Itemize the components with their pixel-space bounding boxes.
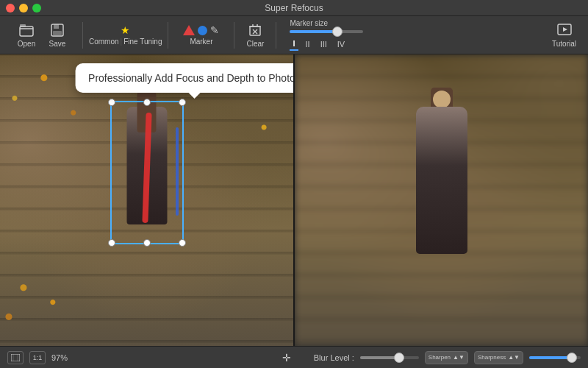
common-finetune-labels: Common | Fine Tuning (89, 38, 162, 46)
marker-size-group: Marker size I II III IV (282, 19, 370, 51)
tooltip-text: Professionally Add Focus and Depth to Ph… (88, 72, 295, 84)
tabs-row: I II III IV (290, 38, 348, 51)
handle-top-right[interactable] (179, 99, 186, 106)
sep1 (82, 22, 83, 49)
sep2 (168, 22, 168, 49)
sharpen-chevron: ▲▼ (453, 354, 465, 361)
svg-rect-1 (20, 24, 26, 27)
svg-rect-0 (20, 26, 33, 36)
sharpness-chevron: ▲▼ (508, 354, 520, 361)
tooltip: Professionally Add Focus and Depth to Ph… (75, 63, 295, 93)
open-icon (18, 22, 35, 38)
blue-stroke (176, 127, 179, 216)
left-panel: Professionally Add Focus and Depth to Ph… (0, 54, 295, 346)
svg-rect-3 (54, 24, 59, 29)
svg-rect-5 (250, 26, 260, 35)
common-finetune-group: ★ Common | Fine Tuning (89, 24, 162, 46)
fine-tuning-label[interactable]: Fine Tuning (123, 38, 162, 46)
tutorial-label: Tutorial (552, 40, 576, 48)
clear-label: Clear (247, 40, 265, 48)
handle-bottom-left[interactable] (108, 239, 115, 247)
title-bar: Super Refocus (0, 0, 588, 16)
sep4 (276, 22, 276, 49)
girl-figure-right (416, 107, 467, 254)
save-button[interactable]: Save (43, 19, 72, 51)
bottom-right: Blur Level : Sharpen ▲▼ Sharpness ▲▼ (297, 351, 581, 364)
save-icon (49, 22, 65, 38)
zoom-11-button[interactable]: 1:1 (29, 351, 46, 364)
clear-button[interactable]: Clear (240, 19, 270, 51)
girl-head-right (433, 91, 451, 108)
bottom-bar: 1:1 97% ✛ Blur Level : Sharpen ▲▼ Sharpn… (0, 346, 588, 368)
tutorial-icon (556, 22, 573, 38)
close-button[interactable] (6, 4, 15, 13)
traffic-lights (6, 4, 41, 13)
maximize-button[interactable] (32, 4, 41, 13)
svg-rect-4 (53, 31, 62, 35)
common-label[interactable]: Common (89, 38, 119, 46)
tutorial-button[interactable]: Tutorial (548, 19, 581, 51)
sharpness-label: Sharpness (478, 354, 506, 361)
eraser-icon: ✎ (210, 24, 219, 36)
star-icon: ★ (121, 24, 130, 36)
bottom-left: 1:1 97% ✛ (7, 351, 291, 364)
sep3 (234, 22, 234, 49)
toolbar: Open Save ★ Common | Fine Tuning (0, 16, 588, 54)
svg-marker-12 (563, 27, 567, 32)
tab-1[interactable]: I (290, 38, 298, 51)
sharpness-slider-container[interactable] (529, 356, 581, 359)
handle-bottom-mid[interactable] (143, 239, 151, 247)
marker-icons: ✎ (183, 24, 219, 36)
sharpen-select[interactable]: Sharpen ▲▼ (425, 351, 468, 364)
girl-body-right (416, 107, 467, 254)
main-area: Professionally Add Focus and Depth to Ph… (0, 54, 588, 346)
sharpness-slider[interactable] (529, 356, 581, 359)
marker-triangle-icon (183, 25, 195, 35)
zoom-11-label: 1:1 (33, 354, 43, 361)
marker-label: Marker (190, 38, 212, 46)
blur-slider-container[interactable] (360, 356, 419, 359)
tab-4[interactable]: IV (334, 38, 348, 50)
sharpness-select[interactable]: Sharpness ▲▼ (474, 351, 523, 364)
app-title: Super Refocus (265, 3, 323, 13)
zoom-percent: 97% (51, 353, 68, 362)
handle-top-mid[interactable] (143, 99, 151, 106)
sharpen-label: Sharpen (429, 354, 451, 361)
right-panel (295, 54, 588, 346)
fit-screen-button[interactable] (7, 351, 24, 364)
file-group: Open Save (7, 19, 76, 51)
marker-circle-icon (198, 26, 207, 35)
tab-2[interactable]: II (303, 38, 313, 50)
move-icon[interactable]: ✛ (282, 352, 291, 364)
marker-button[interactable]: ✎ Marker (174, 21, 228, 49)
svg-rect-13 (11, 354, 20, 361)
save-label: Save (49, 40, 66, 48)
minimize-button[interactable] (19, 4, 28, 13)
tab-3[interactable]: III (318, 38, 330, 50)
handle-top-left[interactable] (108, 99, 115, 106)
blur-label: Blur Level : (314, 353, 354, 362)
clear-icon (247, 22, 263, 38)
blur-slider[interactable] (360, 356, 419, 359)
open-button[interactable]: Open (12, 19, 41, 51)
open-label: Open (18, 40, 35, 48)
handle-bottom-right[interactable] (179, 239, 186, 247)
marker-size-label: Marker size (290, 19, 363, 27)
marker-size-slider[interactable] (290, 30, 363, 33)
